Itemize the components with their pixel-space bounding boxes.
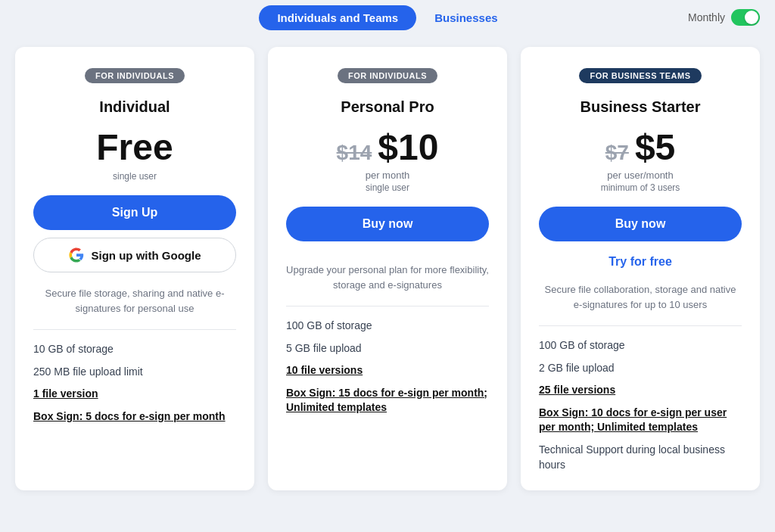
feature-item-1-2: 10 file versions: [286, 363, 489, 378]
plan-primary-btn-2[interactable]: Buy now: [539, 207, 742, 241]
plan-divider-0: [33, 329, 236, 330]
feature-item-0-1: 250 MB file upload limit: [33, 365, 236, 380]
plan-primary-btn-0[interactable]: Sign Up: [33, 195, 236, 230]
google-icon: [69, 247, 84, 263]
monthly-toggle-container: Monthly: [688, 9, 760, 26]
plan-name-1: Personal Pro: [286, 98, 489, 116]
plan-price-period-1: per month: [286, 170, 489, 181]
plan-price-sub-0: single user: [33, 171, 236, 182]
plan-price-0: Free: [96, 126, 173, 168]
feature-list-0: 10 GB of storage250 MB file upload limit…: [33, 342, 236, 424]
plan-card-2: FOR BUSINESS TEAMS Business Starter $7 $…: [521, 47, 760, 490]
top-bar: Individuals and Teams Businesses Monthly: [0, 0, 775, 35]
tab-businesses[interactable]: Businesses: [416, 5, 515, 30]
plan-description-2: Secure file collaboration, storage and n…: [539, 282, 742, 312]
plan-badge-2: FOR BUSINESS TEAMS: [579, 68, 701, 83]
feature-list-2: 100 GB of storage2 GB file upload25 file…: [539, 338, 742, 472]
feature-item-0-3: Box Sign: 5 docs for e-sign per month: [33, 409, 236, 425]
feature-item-1-1: 5 GB file upload: [286, 341, 489, 356]
plans-container: FOR INDIVIDUALS Individual Free single u…: [0, 35, 775, 506]
feature-item-1-0: 100 GB of storage: [286, 319, 489, 334]
feature-item-2-2: 25 file versions: [539, 383, 742, 398]
plan-price-old-2: $7: [605, 141, 629, 165]
plan-divider-1: [286, 306, 489, 306]
plan-google-btn-0[interactable]: Sign up with Google: [33, 238, 236, 272]
feature-item-2-4: Technical Support during local business …: [539, 443, 742, 472]
tab-group: Individuals and Teams Businesses: [259, 5, 515, 30]
plan-price-new-1: $10: [378, 126, 438, 168]
tab-individuals[interactable]: Individuals and Teams: [259, 5, 416, 30]
plan-price-sub-2: minimum of 3 users: [539, 182, 742, 193]
plan-badge-1: FOR INDIVIDUALS: [338, 68, 437, 83]
feature-item-1-3: Box Sign: 15 docs for e-sign per month; …: [286, 386, 489, 415]
plan-divider-2: [539, 325, 742, 326]
plan-price-period-2: per user/month: [539, 170, 742, 181]
monthly-toggle-switch[interactable]: [731, 9, 760, 26]
feature-list-1: 100 GB of storage5 GB file upload10 file…: [286, 319, 489, 415]
feature-item-2-0: 100 GB of storage: [539, 338, 742, 353]
plan-name-2: Business Starter: [539, 98, 742, 116]
plan-card-1: FOR INDIVIDUALS Personal Pro $14 $10 per…: [268, 47, 507, 490]
plan-description-0: Secure file storage, sharing and native …: [33, 286, 236, 316]
plan-name-0: Individual: [33, 98, 236, 116]
feature-item-2-3: Box Sign: 10 docs for e-sign per user pe…: [539, 406, 742, 435]
plan-badge-0: FOR INDIVIDUALS: [85, 68, 185, 83]
feature-item-0-2: 1 file version: [33, 387, 236, 402]
plan-price-new-2: $5: [635, 126, 675, 168]
plan-description-1: Upgrade your personal plan for more flex…: [286, 263, 489, 292]
plan-try-btn-2[interactable]: Try for free: [539, 255, 742, 269]
feature-item-2-1: 2 GB file upload: [539, 361, 742, 376]
toggle-knob: [745, 11, 758, 24]
feature-item-0-0: 10 GB of storage: [33, 342, 236, 357]
monthly-label: Monthly: [688, 11, 725, 23]
plan-card-0: FOR INDIVIDUALS Individual Free single u…: [15, 47, 254, 490]
plan-primary-btn-1[interactable]: Buy now: [286, 207, 489, 241]
plan-price-sub-1: single user: [286, 182, 489, 193]
plan-price-old-1: $14: [337, 141, 372, 165]
